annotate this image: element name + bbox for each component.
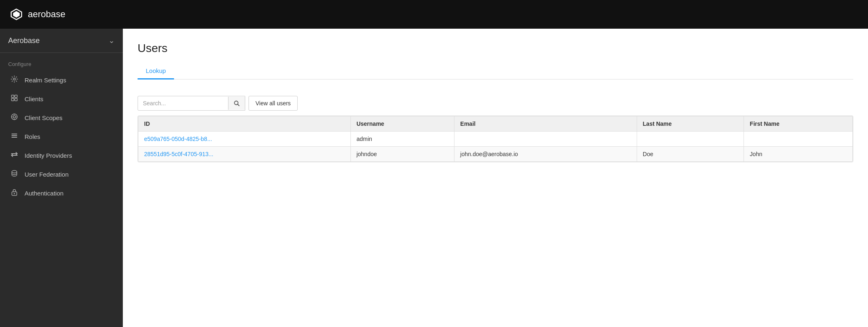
users-table: ID Username Email Last Name First Name e… bbox=[138, 116, 853, 162]
cell-first-name: John bbox=[744, 147, 853, 162]
sidebar: Aerobase ⌄ Configure Realm Settings bbox=[0, 29, 123, 327]
col-username: Username bbox=[350, 116, 454, 132]
svg-marker-1 bbox=[13, 11, 20, 18]
section-configure-label: Configure bbox=[0, 53, 123, 70]
topbar: aerobase bbox=[0, 0, 868, 29]
page-title: Users bbox=[138, 42, 853, 55]
sidebar-item-authentication-label: Authentication bbox=[25, 190, 63, 197]
users-tbody: e509a765-050d-4825-b8...admin28551d95-5c… bbox=[138, 132, 853, 162]
cell-username: johndoe bbox=[350, 147, 454, 162]
svg-point-2 bbox=[14, 78, 16, 80]
sidebar-item-user-federation[interactable]: User Federation bbox=[0, 165, 123, 184]
client-scopes-icon bbox=[10, 113, 19, 122]
content-area: Users Lookup View all users bbox=[123, 29, 868, 327]
search-input-wrap bbox=[138, 96, 245, 111]
svg-rect-4 bbox=[15, 95, 17, 98]
lock-icon bbox=[10, 188, 19, 198]
svg-rect-6 bbox=[15, 98, 17, 101]
col-first-name: First Name bbox=[744, 116, 853, 132]
sidebar-item-clients[interactable]: Clients bbox=[0, 89, 123, 108]
sidebar-item-realm-settings-label: Realm Settings bbox=[25, 77, 66, 84]
tabs-container: Lookup bbox=[138, 63, 853, 79]
realm-name: Aerobase bbox=[8, 36, 40, 45]
search-input[interactable] bbox=[138, 96, 228, 110]
users-table-wrapper: ID Username Email Last Name First Name e… bbox=[138, 116, 853, 162]
search-button[interactable] bbox=[228, 97, 245, 110]
cell-id: 28551d95-5c0f-4705-913... bbox=[138, 147, 351, 162]
sidebar-item-authentication[interactable]: Authentication bbox=[0, 184, 123, 202]
chevron-down-icon: ⌄ bbox=[108, 36, 115, 45]
svg-line-22 bbox=[238, 104, 240, 106]
col-email: Email bbox=[454, 116, 637, 132]
view-all-users-button[interactable]: View all users bbox=[249, 96, 298, 111]
logo-icon bbox=[10, 8, 23, 21]
cell-last-name: Doe bbox=[637, 147, 744, 162]
col-last-name: Last Name bbox=[637, 116, 744, 132]
settings-icon bbox=[10, 75, 19, 84]
sidebar-item-identity-providers-label: Identity Providers bbox=[25, 152, 72, 159]
search-icon bbox=[234, 100, 240, 106]
realm-selector[interactable]: Aerobase ⌄ bbox=[0, 29, 123, 53]
user-id-link[interactable]: 28551d95-5c0f-4705-913... bbox=[144, 151, 213, 157]
sidebar-item-identity-providers[interactable]: Identity Providers bbox=[0, 146, 123, 165]
sidebar-item-client-scopes-label: Client Scopes bbox=[25, 114, 63, 121]
sidebar-item-realm-settings[interactable]: Realm Settings bbox=[0, 70, 123, 89]
table-header: ID Username Email Last Name First Name bbox=[138, 116, 853, 132]
table-row: 28551d95-5c0f-4705-913...johndoejohn.doe… bbox=[138, 147, 853, 162]
table-row: e509a765-050d-4825-b8...admin bbox=[138, 132, 853, 147]
logo: aerobase bbox=[10, 8, 66, 21]
col-id: ID bbox=[138, 116, 351, 132]
cell-email bbox=[454, 132, 637, 147]
sidebar-item-user-federation-label: User Federation bbox=[25, 171, 69, 178]
sidebar-item-clients-label: Clients bbox=[25, 95, 43, 102]
clients-icon bbox=[10, 94, 19, 103]
cell-email: john.doe@aerobase.io bbox=[454, 147, 637, 162]
svg-point-7 bbox=[11, 114, 17, 120]
svg-point-18 bbox=[12, 170, 17, 173]
cell-username: admin bbox=[350, 132, 454, 147]
svg-point-20 bbox=[14, 193, 15, 194]
search-row-container: View all users bbox=[138, 89, 853, 111]
svg-rect-3 bbox=[11, 95, 14, 98]
main-layout: Aerobase ⌄ Configure Realm Settings bbox=[0, 29, 868, 327]
sidebar-item-roles-label: Roles bbox=[25, 133, 40, 140]
sidebar-item-roles[interactable]: Roles bbox=[0, 127, 123, 146]
cell-first-name bbox=[744, 132, 853, 147]
svg-rect-5 bbox=[11, 98, 14, 101]
logo-text: aerobase bbox=[28, 9, 66, 20]
roles-icon bbox=[10, 132, 19, 141]
svg-point-8 bbox=[13, 116, 16, 118]
user-id-link[interactable]: e509a765-050d-4825-b8... bbox=[144, 136, 212, 142]
cell-last-name bbox=[637, 132, 744, 147]
sidebar-item-client-scopes[interactable]: Client Scopes bbox=[0, 108, 123, 127]
search-row: View all users bbox=[138, 96, 853, 111]
tab-lookup[interactable]: Lookup bbox=[138, 63, 174, 79]
user-federation-icon bbox=[10, 170, 19, 179]
cell-id: e509a765-050d-4825-b8... bbox=[138, 132, 351, 147]
identity-providers-icon bbox=[10, 151, 19, 160]
